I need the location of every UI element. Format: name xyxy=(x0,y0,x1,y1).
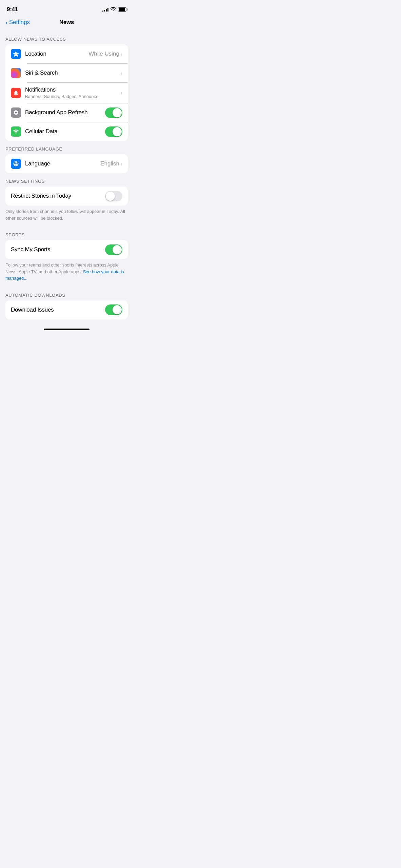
download-issues-content: Download Issues xyxy=(11,307,102,313)
download-issues-right xyxy=(105,304,122,315)
allow-access-card: Location While Using › Siri & Search › N… xyxy=(5,44,128,141)
siri-content: Siri & Search xyxy=(25,70,118,76)
siri-icon xyxy=(11,68,21,78)
location-right: While Using › xyxy=(88,51,122,57)
signal-bar-4 xyxy=(107,8,108,12)
restrict-stories-right xyxy=(105,191,122,201)
news-settings-card: Restrict Stories in Today xyxy=(5,186,128,205)
siri-icon-bg xyxy=(11,68,21,78)
siri-chevron-icon: › xyxy=(121,70,122,76)
notifications-icon xyxy=(13,90,19,96)
battery-fill xyxy=(119,8,125,11)
restrict-stories-content: Restrict Stories in Today xyxy=(11,193,102,199)
restrict-stories-description: Only stories from channels you follow wi… xyxy=(0,205,133,227)
notifications-chevron-icon: › xyxy=(121,90,122,96)
nav-header: ‹ Settings News xyxy=(0,16,133,31)
status-icons xyxy=(102,7,126,12)
notifications-subtitle: Banners, Sounds, Badges, Announce xyxy=(25,94,118,99)
cellular-data-toggle[interactable] xyxy=(105,126,122,137)
signal-bar-3 xyxy=(106,9,107,12)
background-refresh-title: Background App Refresh xyxy=(25,109,102,116)
language-right: English › xyxy=(100,160,122,167)
toggle-knob xyxy=(113,127,122,136)
location-row[interactable]: Location While Using › xyxy=(5,44,128,63)
home-indicator xyxy=(44,329,89,330)
language-row[interactable]: Language English › xyxy=(5,154,128,173)
language-value: English xyxy=(100,160,119,167)
siri-right: › xyxy=(121,70,122,76)
sync-sports-right xyxy=(105,244,122,255)
status-bar: 9:41 xyxy=(0,0,133,16)
back-chevron-icon: ‹ xyxy=(5,19,8,26)
section-label-auto-downloads: AUTOMATIC DOWNLOADS xyxy=(0,287,133,300)
download-issues-title: Download Issues xyxy=(11,307,102,313)
back-button[interactable]: ‹ Settings xyxy=(5,19,30,26)
sync-sports-toggle[interactable] xyxy=(105,244,122,255)
notifications-title: Notifications xyxy=(25,86,118,93)
back-label: Settings xyxy=(9,19,30,26)
sports-description: Follow your teams and other sports inter… xyxy=(0,259,133,287)
restrict-stories-row[interactable]: Restrict Stories in Today xyxy=(5,186,128,205)
restrict-stories-title: Restrict Stories in Today xyxy=(11,193,102,199)
language-chevron-icon: › xyxy=(121,161,122,167)
cellular-icon xyxy=(13,129,19,135)
location-content: Location xyxy=(25,51,86,57)
cellular-data-row[interactable]: Cellular Data xyxy=(5,122,128,141)
sync-sports-title: Sync My Sports xyxy=(11,246,102,253)
background-refresh-right xyxy=(105,107,122,118)
section-label-preferred-language: PREFERRED LANGUAGE xyxy=(0,141,133,154)
status-time: 9:41 xyxy=(7,6,18,13)
auto-downloads-card: Download Issues xyxy=(5,300,128,319)
signal-bars-icon xyxy=(102,7,108,12)
location-value: While Using xyxy=(88,51,119,57)
cellular-title: Cellular Data xyxy=(25,128,102,135)
language-icon-bg xyxy=(11,159,21,169)
cellular-content: Cellular Data xyxy=(25,128,102,135)
background-refresh-row[interactable]: Background App Refresh xyxy=(5,103,128,122)
download-issues-row[interactable]: Download Issues xyxy=(5,300,128,319)
language-title: Language xyxy=(25,160,98,167)
signal-bar-2 xyxy=(104,10,105,12)
section-label-news-settings: NEWS SETTINGS xyxy=(0,173,133,186)
section-label-sports: SPORTS xyxy=(0,227,133,240)
download-issues-toggle[interactable] xyxy=(105,304,122,315)
location-icon-bg xyxy=(11,49,21,59)
signal-bar-1 xyxy=(102,11,103,12)
sync-sports-content: Sync My Sports xyxy=(11,246,102,253)
location-title: Location xyxy=(25,51,86,57)
page-title: News xyxy=(59,19,74,26)
section-label-allow-access: ALLOW NEWS TO ACCESS xyxy=(0,31,133,44)
sports-card: Sync My Sports xyxy=(5,240,128,259)
notifications-row[interactable]: Notifications Banners, Sounds, Badges, A… xyxy=(5,82,128,103)
notifications-icon-bg xyxy=(11,88,21,98)
language-content: Language xyxy=(25,160,98,167)
background-refresh-content: Background App Refresh xyxy=(25,109,102,116)
notifications-right: › xyxy=(121,90,122,96)
background-refresh-icon-bg xyxy=(11,107,21,118)
gear-icon xyxy=(13,110,19,116)
wifi-icon xyxy=(111,7,116,12)
location-icon xyxy=(13,51,19,57)
background-refresh-toggle[interactable] xyxy=(105,107,122,118)
battery-icon xyxy=(118,7,126,12)
toggle-knob xyxy=(113,305,122,314)
notifications-content: Notifications Banners, Sounds, Badges, A… xyxy=(25,86,118,99)
cellular-right xyxy=(105,126,122,137)
toggle-knob xyxy=(106,192,115,201)
toggle-knob xyxy=(113,245,122,254)
sync-sports-row[interactable]: Sync My Sports xyxy=(5,240,128,259)
siri-title: Siri & Search xyxy=(25,70,118,76)
toggle-knob xyxy=(113,108,122,117)
restrict-stories-toggle[interactable] xyxy=(105,191,122,201)
globe-icon xyxy=(13,161,19,167)
siri-row[interactable]: Siri & Search › xyxy=(5,63,128,82)
cellular-icon-bg xyxy=(11,126,21,137)
location-chevron-icon: › xyxy=(121,51,122,57)
preferred-language-card: Language English › xyxy=(5,154,128,173)
